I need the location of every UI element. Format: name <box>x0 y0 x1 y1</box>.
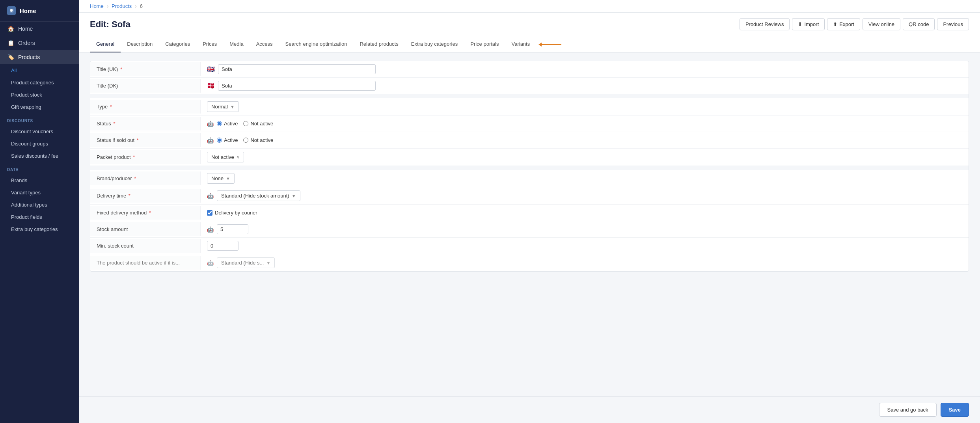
sidebar-sub-additional-types[interactable]: Additional types <box>0 199 79 211</box>
tab-access[interactable]: Access <box>250 36 279 52</box>
save-button[interactable]: Save <box>941 403 969 417</box>
dropdown-brand-value: None <box>211 175 224 181</box>
view-online-button[interactable]: View online <box>863 18 900 30</box>
export-button[interactable]: ⬆ Export <box>827 18 860 30</box>
dropdown-delivery-time[interactable]: Standard (Hide stock amount) ▼ <box>217 190 300 201</box>
sync-icon-threshold: 🤖 <box>207 260 214 266</box>
orders-icon: 📋 <box>7 40 14 46</box>
logo-icon: ⊞ <box>7 6 16 15</box>
label-threshold: The product should be active if it is... <box>90 256 201 270</box>
form-row-type: Type * Normal ▼ <box>90 98 969 116</box>
label-status-sold-out: Status if sold out * <box>90 133 201 147</box>
sidebar-sub-product-categories[interactable]: Product categories <box>0 76 79 89</box>
input-title-uk[interactable] <box>218 64 376 74</box>
tab-price-portals[interactable]: Price portals <box>464 36 505 52</box>
sidebar-item-products[interactable]: 🏷️ Products <box>0 50 79 64</box>
radio-sold-out-active[interactable]: Active <box>217 137 238 143</box>
dropdown-type[interactable]: Normal ▼ <box>207 101 239 112</box>
orange-arrow-indicator <box>538 43 561 47</box>
sidebar-item-orders-label: Orders <box>18 40 35 46</box>
radio-status-active[interactable]: Active <box>217 121 238 127</box>
tab-prices[interactable]: Prices <box>196 36 223 52</box>
chevron-down-icon: ▼ <box>266 261 270 265</box>
radio-group-status: Active Not active <box>217 121 273 127</box>
breadcrumb-home[interactable]: Home <box>90 3 104 9</box>
sidebar-sub-sales-discounts[interactable]: Sales discounts / fee <box>0 150 79 162</box>
tab-description[interactable]: Description <box>121 36 159 52</box>
chevron-down-icon: ▼ <box>292 194 296 198</box>
sidebar-sub-product-fields[interactable]: Product fields <box>0 211 79 223</box>
checkbox-delivery-input[interactable] <box>207 210 212 216</box>
tab-categories[interactable]: Categories <box>159 36 196 52</box>
tab-variants[interactable]: Variants <box>505 36 536 52</box>
sidebar: ⊞ Home 🏠 Home 📋 Orders 🏷️ Products All P… <box>0 0 79 423</box>
label-brand: Brand/producer * <box>90 171 201 185</box>
form-row-title-uk: Title (UK) * 🇬🇧 <box>90 61 969 78</box>
required-star: * <box>119 66 122 72</box>
save-and-go-back-button[interactable]: Save and go back <box>879 403 937 417</box>
radio-sold-out-not-active[interactable]: Not active <box>243 137 273 143</box>
export-label: Export <box>839 21 854 27</box>
dropdown-type-value: Normal <box>211 104 228 110</box>
sync-icon-delivery: 🤖 <box>207 193 214 199</box>
value-packet-product: Not active ∨ <box>201 149 969 166</box>
qr-code-button[interactable]: QR code <box>903 18 935 30</box>
import-button[interactable]: ⬇ Import <box>792 18 825 30</box>
sidebar-sub-variant-types[interactable]: Variant types <box>0 186 79 199</box>
sidebar-sub-discount-vouchers[interactable]: Discount vouchers <box>0 125 79 138</box>
value-min-stock <box>201 238 969 254</box>
input-title-dk[interactable] <box>218 81 376 91</box>
tab-extra-buy-categories[interactable]: Extra buy categories <box>405 36 464 52</box>
sidebar-sub-gift-wrapping[interactable]: Gift wrapping <box>0 101 79 113</box>
breadcrumb-chevron-1: › <box>107 3 108 9</box>
value-threshold: 🤖 Standard (Hide s... ▼ <box>201 254 969 271</box>
form-row-threshold: The product should be active if it is...… <box>90 254 969 271</box>
form-separator-2 <box>90 166 969 170</box>
checkbox-delivery-by-courier[interactable]: Delivery by courier <box>207 210 257 216</box>
sidebar-sub-brands[interactable]: Brands <box>0 174 79 186</box>
breadcrumb-products[interactable]: Products <box>112 3 132 9</box>
form-row-status: Status * 🤖 Active Not active <box>90 116 969 132</box>
tab-variants-container: Variants <box>505 36 561 52</box>
dropdown-threshold[interactable]: Standard (Hide s... ▼ <box>217 257 275 268</box>
chevron-down-icon: ▼ <box>226 176 230 181</box>
home-icon: 🏠 <box>7 26 14 32</box>
input-stock-amount[interactable] <box>217 224 248 234</box>
input-min-stock[interactable] <box>207 241 238 251</box>
label-fixed-delivery: Fixed delivery method * <box>90 206 201 220</box>
tab-general[interactable]: General <box>90 36 121 52</box>
tab-media[interactable]: Media <box>223 36 250 52</box>
form-row-brand: Brand/producer * None ▼ <box>90 170 969 187</box>
label-packet-product: Packet product * <box>90 150 201 164</box>
sidebar-item-home[interactable]: 🏠 Home <box>0 22 79 36</box>
sidebar-sub-all[interactable]: All <box>0 64 79 76</box>
arrow-head <box>538 43 542 47</box>
main-content: Home › Products › 6 Edit: Sofa Product R… <box>79 0 980 423</box>
label-type: Type * <box>90 100 201 114</box>
sidebar-sub-extra-buy-categories[interactable]: Extra buy categories <box>0 223 79 235</box>
sidebar-item-products-label: Products <box>18 54 40 60</box>
header-actions: Product Reviews ⬇ Import ⬆ Export View o… <box>740 18 969 30</box>
sidebar-sub-product-stock[interactable]: Product stock <box>0 89 79 101</box>
radio-status-not-active[interactable]: Not active <box>243 121 273 127</box>
sidebar-item-orders[interactable]: 📋 Orders <box>0 36 79 50</box>
value-title-dk: 🇩🇰 <box>201 78 969 94</box>
sidebar-logo: ⊞ Home <box>0 0 79 22</box>
tab-seo[interactable]: Search engine optimization <box>279 36 354 52</box>
breadcrumb: Home › Products › 6 <box>79 0 980 13</box>
dropdown-brand[interactable]: None ▼ <box>207 173 235 184</box>
previous-button[interactable]: Previous <box>937 18 969 30</box>
sidebar-sub-discount-groups[interactable]: Discount groups <box>0 138 79 150</box>
required-star: * <box>133 175 136 181</box>
footer-actions: Save and go back Save <box>79 396 980 423</box>
label-min-stock: Min. stock count <box>90 239 201 253</box>
checkbox-delivery-label: Delivery by courier <box>215 210 257 216</box>
tab-related-products[interactable]: Related products <box>353 36 404 52</box>
arrow-line <box>542 44 561 45</box>
product-reviews-button[interactable]: Product Reviews <box>740 18 790 30</box>
required-star: * <box>112 121 116 127</box>
dropdown-packet-product[interactable]: Not active ∨ <box>207 152 244 162</box>
label-stock-amount: Stock amount <box>90 222 201 236</box>
form-content: Title (UK) * 🇬🇧 Title (DK) 🇩🇰 <box>79 53 980 396</box>
value-fixed-delivery: Delivery by courier <box>201 207 969 219</box>
